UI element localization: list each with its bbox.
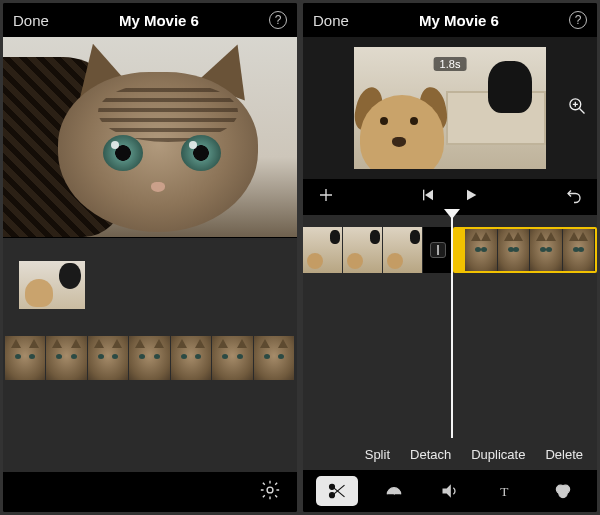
zoom-button[interactable] bbox=[567, 96, 587, 120]
tab-volume[interactable] bbox=[429, 476, 471, 506]
timeline-empty-area bbox=[3, 384, 297, 472]
split-button[interactable]: Split bbox=[365, 447, 390, 462]
undo-button[interactable] bbox=[565, 186, 583, 208]
timeline-clip-frame bbox=[303, 227, 343, 273]
delete-button[interactable]: Delete bbox=[545, 447, 583, 462]
timeline-clip-frame bbox=[383, 227, 423, 273]
duplicate-button[interactable]: Duplicate bbox=[471, 447, 525, 462]
svg-rect-8 bbox=[423, 190, 424, 201]
timeline-clip-frame[interactable] bbox=[254, 336, 295, 380]
timeline-area[interactable] bbox=[303, 215, 597, 438]
project-title: My Movie 6 bbox=[119, 12, 199, 29]
timeline-clip-frame[interactable] bbox=[88, 336, 129, 380]
preview-frame-cat bbox=[3, 37, 297, 237]
timeline-clip-frame bbox=[530, 229, 563, 271]
svg-point-19 bbox=[559, 489, 567, 497]
tab-actions[interactable] bbox=[316, 476, 358, 506]
media-browser-row[interactable] bbox=[3, 237, 297, 332]
detach-button[interactable]: Detach bbox=[410, 447, 451, 462]
header: Done My Movie 6 ? bbox=[303, 3, 597, 37]
timeline-clip-frame[interactable] bbox=[5, 336, 46, 380]
screenshot-right: Done My Movie 6 ? 1.8s bbox=[303, 3, 597, 512]
footer-toolbar bbox=[3, 472, 297, 512]
transition-marker[interactable] bbox=[423, 227, 453, 273]
header: Done My Movie 6 ? bbox=[3, 3, 297, 37]
preview-viewer[interactable] bbox=[3, 37, 297, 237]
done-button[interactable]: Done bbox=[13, 12, 49, 29]
play-button[interactable] bbox=[463, 187, 479, 207]
project-title: My Movie 6 bbox=[419, 12, 499, 29]
svg-line-2 bbox=[580, 109, 585, 114]
timeline-clip-frame[interactable] bbox=[46, 336, 87, 380]
clip-trim-handle-left[interactable] bbox=[455, 229, 465, 271]
help-button[interactable]: ? bbox=[269, 11, 287, 29]
add-media-button[interactable] bbox=[317, 186, 335, 208]
preview-frame-dog: 1.8s bbox=[354, 47, 546, 169]
tab-filters[interactable] bbox=[542, 476, 584, 506]
timeline-clip-frame bbox=[563, 229, 596, 271]
timeline-clip-frame[interactable] bbox=[171, 336, 212, 380]
timeline-clip-frame bbox=[465, 229, 498, 271]
timeline-clip-frame[interactable] bbox=[212, 336, 253, 380]
tab-titles[interactable]: T bbox=[485, 476, 527, 506]
svg-point-10 bbox=[330, 484, 335, 489]
svg-point-0 bbox=[267, 487, 273, 493]
help-button[interactable]: ? bbox=[569, 11, 587, 29]
playhead-time-badge: 1.8s bbox=[434, 57, 467, 71]
svg-text:T: T bbox=[501, 484, 509, 499]
gear-icon[interactable] bbox=[259, 479, 281, 505]
svg-marker-15 bbox=[442, 484, 450, 497]
preview-viewer[interactable]: 1.8s bbox=[303, 37, 597, 179]
svg-marker-9 bbox=[467, 190, 476, 201]
playhead[interactable] bbox=[451, 215, 453, 438]
timeline-clip-frame bbox=[498, 229, 531, 271]
transition-icon bbox=[430, 242, 446, 258]
timeline-clip-b-selected[interactable] bbox=[453, 227, 597, 273]
tab-speed[interactable] bbox=[373, 476, 415, 506]
skip-back-button[interactable] bbox=[421, 187, 437, 207]
timeline-clip-frame bbox=[343, 227, 383, 273]
timeline-clip-a[interactable] bbox=[303, 227, 423, 273]
timeline[interactable] bbox=[3, 332, 297, 384]
timeline[interactable] bbox=[303, 227, 597, 273]
clip-action-row: Split Detach Duplicate Delete bbox=[303, 438, 597, 470]
timeline-clip-frame[interactable] bbox=[129, 336, 170, 380]
edit-tab-bar: T bbox=[303, 470, 597, 512]
done-button[interactable]: Done bbox=[313, 12, 349, 29]
media-clip-thumbnail[interactable] bbox=[19, 261, 85, 309]
svg-marker-7 bbox=[425, 190, 433, 201]
svg-point-11 bbox=[330, 493, 335, 498]
screenshot-left: Done My Movie 6 ? bbox=[3, 3, 297, 512]
